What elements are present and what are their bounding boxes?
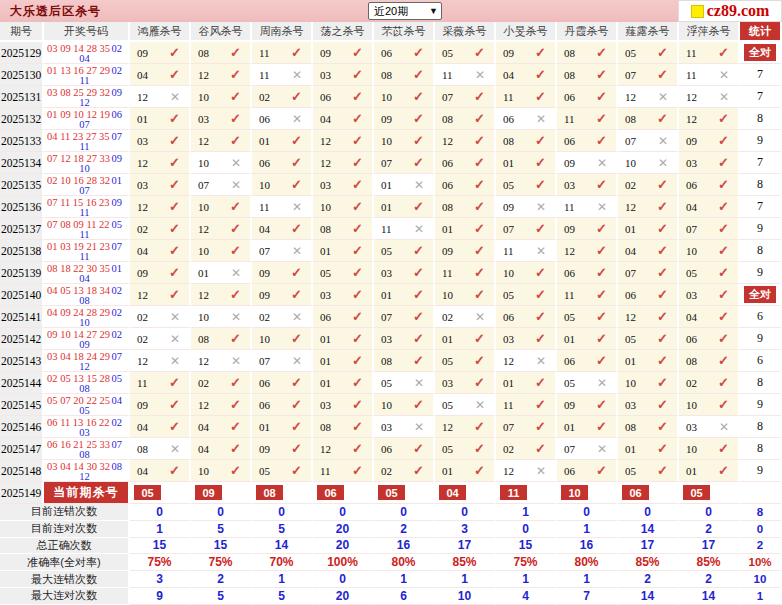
check-icon: ✓ <box>230 375 241 390</box>
check-icon: ✓ <box>291 89 302 104</box>
footer-stat-value: 6 <box>374 588 435 605</box>
kill-number-cell: 11✕ <box>496 240 557 262</box>
kill-number: 12 <box>198 69 209 81</box>
kill-number: 01 <box>320 377 331 389</box>
current-kill-cell: 09 <box>191 482 252 504</box>
kill-number-cell: 07✓ <box>618 64 679 86</box>
check-icon: ✓ <box>352 463 363 478</box>
kill-number-cell: 10✓ <box>313 196 374 218</box>
check-icon: ✓ <box>596 133 607 148</box>
draw-numbers-cell: 05 07 20 22 250405 <box>44 394 130 416</box>
site-logo[interactable]: cz89.com <box>678 0 782 22</box>
cross-icon: ✕ <box>536 200 546 214</box>
kill-number-cell: 01✓ <box>374 284 435 306</box>
period-cell: 2025144 <box>0 372 44 394</box>
kill-number-cell: 12✕ <box>618 86 679 108</box>
kill-number: 08 <box>503 135 514 147</box>
check-icon: ✓ <box>413 397 424 412</box>
check-icon: ✓ <box>657 419 668 434</box>
check-icon: ✓ <box>535 155 546 170</box>
rear-number-1: 09 <box>112 88 123 98</box>
kill-number: 10 <box>686 443 697 455</box>
footer-stat-value: 0 <box>740 521 782 538</box>
period-cell: 2025140 <box>0 284 44 306</box>
kill-number: 11 <box>259 201 270 213</box>
stat-cell: 全对 <box>740 284 782 306</box>
check-icon: ✓ <box>718 265 729 280</box>
footer-stat-value: 16 <box>557 538 618 555</box>
kill-number: 12 <box>442 421 453 433</box>
kill-number-cell: 06✓ <box>435 174 496 196</box>
kill-number-cell: 11✕ <box>435 64 496 86</box>
current-kill-badge: 06 <box>622 485 649 500</box>
check-icon: ✓ <box>474 155 485 170</box>
current-kill-badge: 08 <box>256 485 283 500</box>
cross-icon: ✕ <box>414 222 424 236</box>
kill-number-cell: 03✓ <box>374 328 435 350</box>
kill-number-cell: 07✕ <box>191 174 252 196</box>
check-icon: ✓ <box>535 177 546 192</box>
kill-number: 10 <box>381 399 392 411</box>
stat-cell: 6 <box>740 350 782 372</box>
check-icon: ✓ <box>169 133 180 148</box>
kill-number-cell: 12✓ <box>557 240 618 262</box>
kill-number-cell: 01✓ <box>435 328 496 350</box>
kill-number-cell: 02✓ <box>130 218 191 240</box>
kill-number-cell: 12✓ <box>130 152 191 174</box>
kill-number: 06 <box>625 289 636 301</box>
check-icon: ✓ <box>474 221 485 236</box>
kill-number: 10 <box>198 465 209 477</box>
kill-number: 10 <box>259 179 270 191</box>
footer-stat-value: 3 <box>130 571 191 588</box>
logo-yellow-square-icon <box>691 5 704 18</box>
column-header-expert: 薤露杀号 <box>618 22 679 42</box>
kill-number-cell: 01✓ <box>496 152 557 174</box>
current-kill-badge: 10 <box>561 485 588 500</box>
kill-number: 12 <box>198 399 209 411</box>
logo-text: cz89.com <box>707 2 770 20</box>
check-icon: ✓ <box>352 331 363 346</box>
cross-icon: ✕ <box>536 354 546 368</box>
check-icon: ✓ <box>657 309 668 324</box>
rear-number-2: 12 <box>47 472 122 482</box>
kill-number-cell: 01✓ <box>374 196 435 218</box>
kill-number-cell: 06✕ <box>252 108 313 130</box>
footer-stat-value: 0 <box>313 504 374 521</box>
kill-number: 01 <box>381 289 392 301</box>
footer-stat-value: 1 <box>374 571 435 588</box>
column-header-expert: 采薇杀号 <box>435 22 496 42</box>
kill-number-cell: 09✓ <box>252 284 313 306</box>
kill-number: 11 <box>259 47 270 59</box>
draw-numbers-cell: 04 09 24 28 290210 <box>44 306 130 328</box>
kill-number-cell: 08✓ <box>435 196 496 218</box>
check-icon: ✓ <box>352 67 363 82</box>
rear-number-1: 02 <box>112 418 123 428</box>
kill-number-cell: 05✕ <box>435 394 496 416</box>
footer-stat-value: 17 <box>679 538 740 555</box>
kill-number: 12 <box>320 135 331 147</box>
kill-number: 12 <box>137 289 148 301</box>
draw-numbers-cell: 03 04 14 30 320812 <box>44 460 130 482</box>
check-icon: ✓ <box>718 441 729 456</box>
period-range-select[interactable]: 近20期 ▼ <box>368 2 442 20</box>
rear-number-1: 04 <box>112 396 123 406</box>
kill-number: 06 <box>259 377 270 389</box>
kill-number: 03 <box>320 179 331 191</box>
cross-icon: ✕ <box>597 442 607 456</box>
footer-stat-value: 1 <box>435 571 496 588</box>
kill-number: 07 <box>503 223 514 235</box>
check-icon: ✓ <box>413 155 424 170</box>
check-icon: ✓ <box>657 243 668 258</box>
kill-number-cell: 12✓ <box>679 108 740 130</box>
footer-stat-label: 最大连错次数 <box>0 571 130 588</box>
footer-stat-value: 2 <box>679 571 740 588</box>
kill-number: 12 <box>137 201 148 213</box>
kill-number: 05 <box>625 333 636 345</box>
kill-number: 11 <box>564 113 575 125</box>
draw-numbers-cell: 01 09 10 12 190607 <box>44 108 130 130</box>
check-icon: ✓ <box>718 287 729 302</box>
draw-numbers-cell: 03 09 14 28 350204 <box>44 42 130 64</box>
kill-number-cell: 12✕ <box>679 86 740 108</box>
kill-number-cell: 01✕ <box>374 174 435 196</box>
footer-stat-value: 5 <box>252 521 313 538</box>
